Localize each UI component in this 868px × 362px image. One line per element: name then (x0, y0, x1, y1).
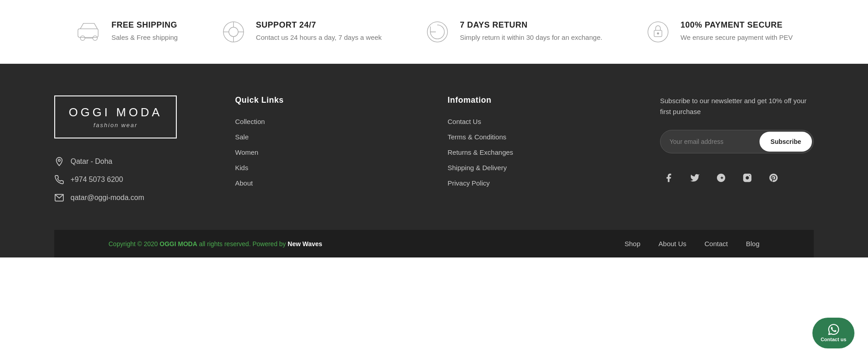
feature-support-text: SUPPORT 24/7 Contact us 24 hours a day, … (256, 20, 382, 43)
link-returns[interactable]: Returns & Exchanges (448, 148, 513, 156)
feature-return-text: 7 DAYS RETURN Simply return it within 30… (460, 20, 602, 43)
list-item: About (235, 179, 411, 187)
bottom-link-contact[interactable]: Contact (704, 240, 728, 248)
footer-quick-links-column: Quick Links Collection Sale Women Kids A… (235, 95, 411, 203)
list-item: Kids (235, 164, 411, 172)
svg-point-1 (80, 36, 85, 40)
list-item: Women (235, 148, 411, 157)
pinterest-icon[interactable] (765, 169, 782, 186)
contact-info: Qatar - Doha +974 5073 6200 qatar@oggi-m… (54, 157, 199, 203)
link-contact-us[interactable]: Contact Us (448, 118, 481, 125)
link-collection[interactable]: Collection (235, 118, 265, 125)
phone-icon (54, 175, 64, 185)
email-icon (54, 193, 64, 203)
list-item: Collection (235, 118, 411, 126)
contact-location: Qatar - Doha (54, 157, 199, 167)
footer-newsletter-column: Subscribe to our newsletter and get 10% … (660, 95, 814, 203)
footer-bottom-links: Shop About Us Contact Blog (625, 240, 760, 248)
svg-point-14 (58, 159, 61, 162)
feature-support: SUPPORT 24/7 Contact us 24 hours a day, … (220, 18, 382, 45)
svg-point-5 (229, 27, 238, 37)
svg-point-2 (93, 36, 97, 40)
newsletter-email-input[interactable] (660, 132, 758, 152)
return-icon (424, 18, 451, 45)
brand-tagline: fashion wear (69, 122, 162, 129)
link-kids[interactable]: Kids (235, 164, 248, 171)
facebook-icon[interactable] (660, 169, 677, 186)
location-icon (54, 157, 64, 167)
link-about[interactable]: About (235, 179, 253, 187)
feature-return: 7 DAYS RETURN Simply return it within 30… (424, 18, 602, 45)
brand-name: OGGI MODA (69, 105, 162, 119)
newsletter-subscribe-button[interactable]: Subscribe (760, 132, 812, 152)
footer-information-column: Infomation Contact Us Terms & Conditions… (448, 95, 624, 203)
footer-brand-column: OGGI MODA fashion wear Qatar - Doha +974… (54, 95, 199, 203)
svg-point-13 (657, 33, 659, 34)
bottom-link-about-us[interactable]: About Us (659, 240, 687, 248)
list-item: Shipping & Delivery (448, 164, 624, 172)
newsletter-text: Subscribe to our newsletter and get 10% … (660, 95, 814, 117)
link-sale[interactable]: Sale (235, 133, 249, 141)
car-icon (75, 18, 102, 45)
list-item: Privacy Policy (448, 179, 624, 187)
list-item: Sale (235, 133, 411, 141)
support-icon (220, 18, 247, 45)
secure-icon (644, 18, 671, 45)
brand-logo: OGGI MODA fashion wear (54, 95, 177, 138)
link-women[interactable]: Women (235, 148, 258, 156)
contact-phone: +974 5073 6200 (54, 175, 199, 185)
information-heading: Infomation (448, 95, 624, 105)
footer-bottom: Copyright © 2020 OGGI MODA all rights re… (54, 230, 814, 257)
newsletter-form: Subscribe (660, 130, 814, 153)
quick-links-list: Collection Sale Women Kids About (235, 118, 411, 187)
feature-free-shipping-text: FREE SHIPPING Sales & Free shipping (111, 20, 178, 43)
list-item: Terms & Conditions (448, 133, 624, 141)
link-terms[interactable]: Terms & Conditions (448, 133, 506, 141)
feature-free-shipping: FREE SHIPPING Sales & Free shipping (75, 18, 178, 45)
information-list: Contact Us Terms & Conditions Returns & … (448, 118, 624, 187)
footer: OGGI MODA fashion wear Qatar - Doha +974… (0, 64, 868, 257)
bottom-link-shop[interactable]: Shop (625, 240, 641, 248)
googleplus-icon[interactable] (712, 169, 730, 186)
svg-point-11 (648, 22, 668, 42)
social-icons (660, 169, 814, 186)
list-item: Contact Us (448, 118, 624, 126)
feature-payment: 100% PAYMENT SECURE We ensure secure pay… (644, 18, 793, 45)
features-bar: FREE SHIPPING Sales & Free shipping SUPP… (0, 0, 868, 64)
contact-email: qatar@oggi-moda.com (54, 193, 199, 203)
link-shipping[interactable]: Shipping & Delivery (448, 164, 507, 171)
footer-copyright: Copyright © 2020 OGGI MODA all rights re… (108, 240, 322, 248)
link-privacy[interactable]: Privacy Policy (448, 179, 490, 187)
list-item: Returns & Exchanges (448, 148, 624, 157)
twitter-icon[interactable] (686, 169, 703, 186)
quick-links-heading: Quick Links (235, 95, 411, 105)
bottom-link-blog[interactable]: Blog (746, 240, 760, 248)
instagram-icon[interactable] (739, 169, 756, 186)
feature-payment-text: 100% PAYMENT SECURE We ensure secure pay… (680, 20, 793, 43)
